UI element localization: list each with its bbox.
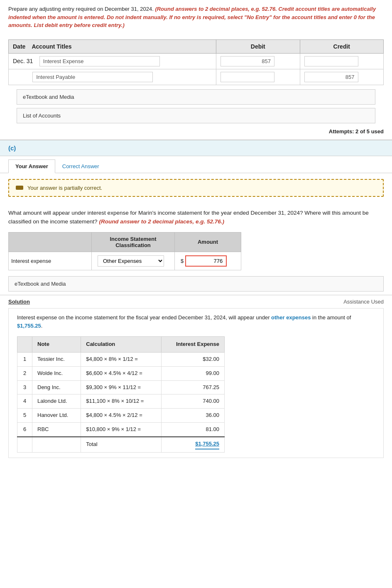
solution-text-middle: in the amount of [312, 314, 351, 321]
journal-table: Date Account Titles Debit Credit Dec. 31 [8, 39, 384, 85]
journal-row-debit: Dec. 31 [9, 53, 384, 69]
etextbook-button[interactable]: eTextbook and Media [17, 89, 375, 105]
assistance-text: Assistance Used [343, 299, 384, 305]
col-header-credit: Credit [300, 39, 383, 53]
solution-content: Interest expense on the income statement… [8, 308, 384, 458]
tabs-container: Your Answer Correct Answer [0, 159, 392, 173]
calc-row: 4 Lalonde Ltd. $11,100 × 8% × 10/12 = 74… [17, 394, 225, 409]
calc-th-interest: Interest Expense [161, 337, 224, 353]
calc-row-amount: 99.00 [161, 366, 224, 380]
calc-row-amount: 767.25 [161, 380, 224, 394]
calc-row: 6 RBC $10,800 × 9% × 1/12 = 81.00 [17, 423, 225, 437]
is-classification-cell: Other Expenses Operating Expenses Net In… [92, 252, 175, 270]
calc-row-amount: 81.00 [161, 423, 224, 437]
calc-row-note: Wolde Inc. [32, 366, 81, 380]
calc-row-num: 2 [17, 366, 32, 380]
tab-your-answer[interactable]: Your Answer [8, 159, 55, 173]
calc-row-num: 6 [17, 423, 32, 437]
account-title-credit[interactable] [32, 72, 153, 82]
part-c-label: (c) [8, 145, 16, 152]
calc-row-num: 3 [17, 380, 32, 394]
tab-correct-answer[interactable]: Correct Answer [55, 159, 106, 173]
calc-row-amount: 740.00 [161, 394, 224, 409]
credit-amount-cell [300, 69, 383, 85]
journal-date: Dec. 31 [9, 53, 216, 69]
instructions: Prepare any adjusting entry required on … [0, 0, 392, 34]
solution-amount: $1,755.25 [17, 323, 41, 329]
question-text: What amount will appear under interest e… [0, 203, 392, 232]
debit-amount-cell-credit-row [216, 69, 300, 85]
calc-total-empty2 [32, 437, 81, 452]
calc-row: 3 Deng Inc. $9,300 × 9% × 11/12 = 767.25 [17, 380, 225, 394]
calc-row-calc: $10,800 × 9% × 1/12 = [81, 423, 162, 437]
amount-input-is[interactable] [185, 255, 227, 267]
calc-row-amount: 36.00 [161, 409, 224, 423]
calc-row-amount: $32.00 [161, 353, 224, 367]
calc-row-num: 4 [17, 394, 32, 409]
calc-row-calc: $11,100 × 8% × 10/12 = [81, 394, 162, 409]
is-header-amount: Amount [175, 232, 241, 252]
partial-icon [16, 186, 23, 190]
income-statement-table: Income Statement Classification Amount I… [8, 232, 241, 270]
calc-th-num [17, 337, 32, 353]
calc-row: 1 Tessier Inc. $4,800 × 8% × 1/12 = $32.… [17, 353, 225, 367]
journal-section: Date Account Titles Debit Credit Dec. 31 [0, 34, 392, 85]
calc-row-note: Deng Inc. [32, 380, 81, 394]
attempts-row: Attempts: 2 of 5 used [0, 127, 392, 140]
solution-row: Solution Assistance Used [0, 295, 392, 308]
journal-date-credit [9, 69, 216, 85]
calc-table: Note Calculation Interest Expense 1 Tess… [17, 336, 225, 452]
credit-amount-input-debit-row[interactable] [304, 56, 358, 66]
solution-text-link: other expenses [271, 314, 311, 321]
calc-row-calc: $4,800 × 8% × 1/12 = [81, 353, 162, 367]
etextbook-button-c[interactable]: eTextbook and Media [8, 276, 384, 292]
calc-th-note: Note [32, 337, 81, 353]
credit-amount-input[interactable] [304, 72, 358, 82]
calc-row: 2 Wolde Inc. $6,600 × 4.5% × 4/12 = 99.0… [17, 366, 225, 380]
credit-amount-cell-debit-row [300, 53, 383, 69]
solution-text-before: Interest expense on the income statement… [17, 314, 270, 321]
solution-paragraph: Interest expense on the income statement… [17, 314, 375, 331]
calc-th-calc: Calculation [81, 337, 162, 353]
solution-text-after: . [41, 323, 43, 329]
calc-total-amount: $1,755.25 [161, 437, 224, 452]
col-header-date: Date Account Titles [9, 39, 216, 53]
attempts-text: Attempts: 2 of 5 used [329, 128, 384, 135]
is-row-interest: Interest expense Other Expenses Operatin… [9, 252, 241, 270]
is-amount-cell: $ [175, 252, 241, 270]
instruction-normal: Prepare any adjusting entry required on … [8, 6, 154, 12]
journal-row-credit [9, 69, 384, 85]
debit-amount-cell [216, 53, 300, 69]
list-accounts-button[interactable]: List of Accounts [17, 108, 375, 123]
partial-banner: Your answer is partially correct. [8, 179, 384, 197]
calc-row-note: Hanover Ltd. [32, 409, 81, 423]
debit-amount-input-credit-row[interactable] [220, 72, 274, 82]
partial-text: Your answer is partially correct. [27, 185, 102, 191]
calc-row-calc: $6,600 × 4.5% × 4/12 = [81, 366, 162, 380]
journal-buttons: eTextbook and Media List of Accounts [0, 85, 392, 123]
solution-link[interactable]: Solution [8, 299, 30, 305]
calc-row-note: Lalonde Ltd. [32, 394, 81, 409]
classification-dropdown[interactable]: Other Expenses Operating Expenses Net In… [98, 255, 164, 267]
calc-row-num: 5 [17, 409, 32, 423]
part-c-header: (c) [0, 140, 392, 156]
col-header-debit: Debit [216, 39, 300, 53]
calc-row-num: 1 [17, 353, 32, 367]
calc-total-empty1 [17, 437, 32, 452]
calc-row-calc: $4,800 × 4.5% × 2/12 = [81, 409, 162, 423]
is-header-classification: Income Statement Classification [92, 232, 175, 252]
calc-total-row: Total $1,755.25 [17, 437, 225, 452]
debit-amount-input[interactable] [220, 56, 274, 66]
calc-row-note: RBC [32, 423, 81, 437]
calc-row-calc: $9,300 × 9% × 11/12 = [81, 380, 162, 394]
income-statement-wrap: Income Statement Classification Amount I… [0, 232, 392, 276]
calc-header-row: Note Calculation Interest Expense [17, 337, 225, 353]
calc-total-label: Total [81, 437, 162, 452]
account-title-debit[interactable] [39, 56, 160, 66]
is-header-empty [9, 232, 92, 252]
calc-row: 5 Hanover Ltd. $4,800 × 4.5% × 2/12 = 36… [17, 409, 225, 423]
is-label-interest: Interest expense [9, 252, 92, 270]
calc-row-note: Tessier Inc. [32, 353, 81, 367]
currency-symbol: $ [181, 258, 184, 264]
question-italic: (Round answer to 2 decimal places, e.g. … [99, 218, 224, 225]
